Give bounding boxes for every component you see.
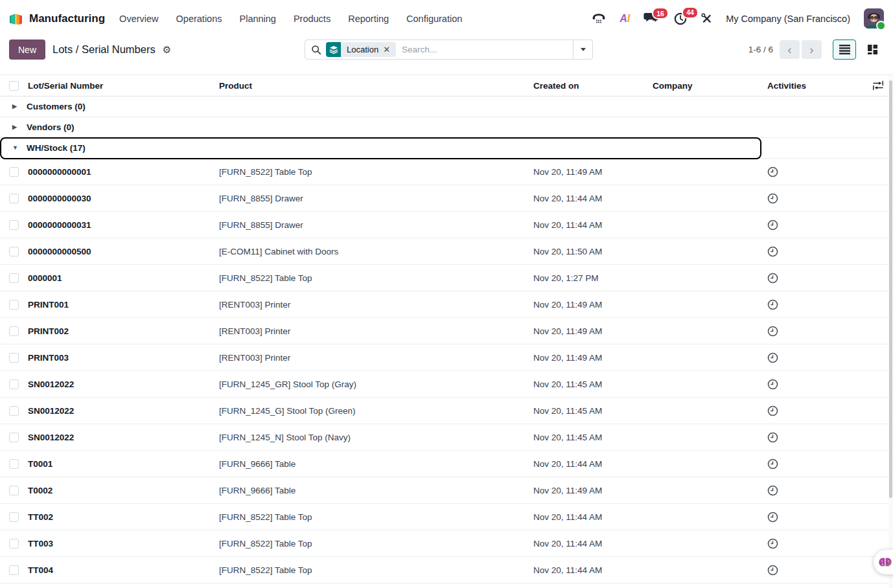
ai-assistant-fab[interactable] <box>874 550 893 574</box>
lot-serial-number-cell[interactable]: T0002 <box>26 486 219 495</box>
lot-row-0000000000500[interactable]: 0000000000500[E-COM11] Cabinet with Door… <box>0 238 893 265</box>
kanban-view-button[interactable] <box>861 40 884 60</box>
lot-row-0000000000030[interactable]: 0000000000030[FURN_8855] DrawerNov 20, 1… <box>0 185 893 212</box>
product-cell[interactable]: [RENT003] Printer <box>219 300 533 310</box>
lot-row-sn0012022[interactable]: SN0012022[FURN_1245_GR] Stool Top (Gray)… <box>0 371 893 398</box>
company-switcher[interactable]: My Company (San Francisco) <box>726 14 850 24</box>
created-on-cell[interactable]: Nov 20, 11:49 AM <box>533 300 653 310</box>
lot-row-0000001[interactable]: 0000001[FURN_8522] Table TopNov 20, 1:27… <box>0 265 893 291</box>
row-checkbox[interactable] <box>9 247 19 256</box>
row-checkbox[interactable] <box>9 194 19 203</box>
lot-serial-number-cell[interactable]: 0000000000500 <box>26 247 219 256</box>
created-on-cell[interactable]: Nov 20, 11:49 AM <box>533 486 653 495</box>
lot-serial-number-cell[interactable]: TT004 <box>26 565 219 575</box>
menu-item-configuration[interactable]: Configuration <box>406 14 462 24</box>
product-cell[interactable]: [FURN_1245_N] Stool Top (Navy) <box>219 433 533 442</box>
lot-serial-number-cell[interactable]: PRINT003 <box>26 353 219 363</box>
row-checkbox[interactable] <box>9 406 19 416</box>
lot-row-tt002[interactable]: TT002[FURN_8522] Table TopNov 20, 11:44 … <box>0 504 893 530</box>
lot-row-tt003[interactable]: TT003[FURN_8522] Table TopNov 20, 11:44 … <box>0 530 893 557</box>
created-on-cell[interactable]: Nov 20, 11:49 AM <box>533 167 653 177</box>
lot-row-print001[interactable]: PRINT001[RENT003] PrinterNov 20, 11:49 A… <box>0 291 893 318</box>
lot-serial-number-cell[interactable]: 0000001 <box>26 273 219 283</box>
ai-button[interactable]: AI <box>620 13 630 25</box>
created-on-cell[interactable]: Nov 20, 11:45 AM <box>533 379 653 389</box>
lot-row-print002[interactable]: PRINT002[RENT003] PrinterNov 20, 11:49 A… <box>0 318 893 345</box>
product-cell[interactable]: [FURN_8855] Drawer <box>219 220 533 230</box>
new-button[interactable]: New <box>9 40 45 60</box>
column-header-activities[interactable]: Activities <box>763 81 862 91</box>
schedule-activity-button[interactable] <box>767 512 778 523</box>
product-cell[interactable]: [FURN_8522] Table Top <box>219 539 533 548</box>
lot-row-0000000000031[interactable]: 0000000000031[FURN_8855] DrawerNov 20, 1… <box>0 212 893 238</box>
created-on-cell[interactable]: Nov 20, 11:44 AM <box>533 539 653 548</box>
schedule-activity-button[interactable] <box>767 432 778 443</box>
messages-button[interactable]: 16 <box>644 12 660 25</box>
product-cell[interactable]: [E-COM11] Cabinet with Doors <box>219 247 533 256</box>
row-checkbox[interactable] <box>9 300 19 310</box>
product-cell[interactable]: [FURN_1245_GR] Stool Top (Gray) <box>219 379 533 389</box>
lot-row-t0002[interactable]: T0002[FURN_9666] TableNov 20, 11:49 AM <box>0 477 893 504</box>
row-checkbox[interactable] <box>9 353 19 363</box>
schedule-activity-button[interactable] <box>767 352 778 363</box>
created-on-cell[interactable]: Nov 20, 11:44 AM <box>533 512 653 522</box>
created-on-cell[interactable]: Nov 20, 11:44 AM <box>533 565 653 575</box>
created-on-cell[interactable]: Nov 20, 11:49 AM <box>533 353 653 363</box>
created-on-cell[interactable]: Nov 20, 11:45 AM <box>533 406 653 416</box>
row-checkbox[interactable] <box>9 459 19 469</box>
optional-columns-icon[interactable] <box>872 80 884 91</box>
lot-serial-number-cell[interactable]: SN0012022 <box>26 379 219 389</box>
row-checkbox[interactable] <box>9 379 19 389</box>
lot-serial-number-cell[interactable]: T0001 <box>26 459 219 469</box>
softphone-button[interactable] <box>592 13 606 25</box>
activities-button[interactable]: 44 <box>673 12 688 26</box>
developer-tools-button[interactable] <box>701 13 712 24</box>
schedule-activity-button[interactable] <box>767 379 778 390</box>
schedule-activity-button[interactable] <box>767 565 778 576</box>
user-avatar[interactable] <box>864 8 884 28</box>
select-all-checkbox[interactable] <box>9 81 19 91</box>
column-header-created-on[interactable]: Created on <box>533 81 653 91</box>
row-checkbox[interactable] <box>9 167 19 177</box>
product-cell[interactable]: [RENT003] Printer <box>219 353 533 363</box>
pager-next-button[interactable]: › <box>802 40 822 59</box>
group-row-vendors[interactable]: ▶Vendors (0) <box>0 117 893 138</box>
menu-item-reporting[interactable]: Reporting <box>348 14 389 24</box>
list-view-button[interactable] <box>833 40 856 60</box>
product-cell[interactable]: [FURN_8522] Table Top <box>219 512 533 522</box>
column-header-product[interactable]: Product <box>219 81 533 91</box>
menu-item-operations[interactable]: Operations <box>176 14 222 24</box>
menu-item-products[interactable]: Products <box>294 14 331 24</box>
lot-serial-number-cell[interactable]: 0000000000030 <box>26 194 219 203</box>
schedule-activity-button[interactable] <box>767 485 778 496</box>
search-input[interactable] <box>400 44 568 55</box>
schedule-activity-button[interactable] <box>767 538 778 549</box>
schedule-activity-button[interactable] <box>767 326 778 337</box>
lot-serial-number-cell[interactable]: PRINT001 <box>26 300 219 310</box>
product-cell[interactable]: [FURN_8855] Drawer <box>219 194 533 203</box>
action-menu-gear-icon[interactable]: ⚙ <box>163 45 171 54</box>
schedule-activity-button[interactable] <box>767 299 778 310</box>
pager-previous-button[interactable]: ‹ <box>780 40 800 59</box>
row-checkbox[interactable] <box>9 326 19 336</box>
group-row-customers[interactable]: ▶Customers (0) <box>0 96 893 117</box>
group-row-wh-stock[interactable]: ▼WH/Stock (17) <box>0 138 893 159</box>
product-cell[interactable]: [RENT003] Printer <box>219 326 533 336</box>
product-cell[interactable]: [FURN_8522] Table Top <box>219 167 533 177</box>
lot-serial-number-cell[interactable]: TT002 <box>26 512 219 522</box>
row-checkbox[interactable] <box>9 486 19 495</box>
lot-row-0000000000001[interactable]: 0000000000001[FURN_8522] Table TopNov 20… <box>0 159 893 185</box>
lot-row-print003[interactable]: PRINT003[RENT003] PrinterNov 20, 11:49 A… <box>0 345 893 371</box>
product-cell[interactable]: [FURN_1245_G] Stool Top (Green) <box>219 406 533 416</box>
schedule-activity-button[interactable] <box>767 458 778 469</box>
schedule-activity-button[interactable] <box>767 193 778 204</box>
created-on-cell[interactable]: Nov 20, 1:27 PM <box>533 273 653 283</box>
row-checkbox[interactable] <box>9 433 19 442</box>
schedule-activity-button[interactable] <box>767 220 778 231</box>
created-on-cell[interactable]: Nov 20, 11:45 AM <box>533 433 653 442</box>
lot-row-sn0012022[interactable]: SN0012022[FURN_1245_G] Stool Top (Green)… <box>0 398 893 424</box>
product-cell[interactable]: [FURN_8522] Table Top <box>219 565 533 575</box>
row-checkbox[interactable] <box>9 273 19 283</box>
menu-item-overview[interactable]: Overview <box>119 14 158 24</box>
schedule-activity-button[interactable] <box>767 273 778 284</box>
